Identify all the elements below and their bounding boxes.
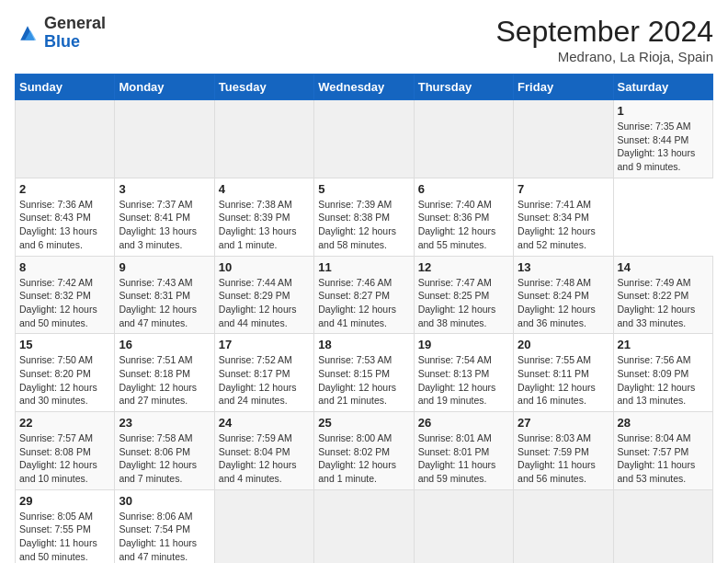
day-info: Sunrise: 7:57 AMSunset: 8:08 PMDaylight:…: [19, 431, 110, 486]
day-header-saturday: Saturday: [613, 75, 712, 100]
day-header-tuesday: Tuesday: [214, 75, 313, 100]
day-info: Sunrise: 8:00 AMSunset: 8:02 PMDaylight:…: [318, 431, 409, 486]
logo: General Blue: [15, 15, 106, 52]
day-info: Sunrise: 7:36 AMSunset: 8:43 PMDaylight:…: [19, 198, 110, 252]
calendar-week-row: 1Sunrise: 7:35 AMSunset: 8:44 PMDaylight…: [16, 100, 713, 178]
day-number: 30: [119, 494, 210, 508]
day-number: 28: [618, 416, 709, 430]
calendar-day-cell: 26Sunrise: 8:01 AMSunset: 8:01 PMDayligh…: [414, 412, 513, 490]
day-info: Sunrise: 7:58 AMSunset: 8:06 PMDaylight:…: [119, 431, 210, 486]
day-number: 19: [418, 338, 509, 351]
day-header-sunday: Sunday: [16, 75, 115, 100]
day-info: Sunrise: 7:43 AMSunset: 8:31 PMDaylight:…: [119, 276, 210, 330]
day-info: Sunrise: 7:44 AMSunset: 8:29 PMDaylight:…: [219, 276, 310, 330]
day-info: Sunrise: 7:47 AMSunset: 8:25 PMDaylight:…: [418, 276, 509, 330]
day-number: 23: [119, 416, 210, 430]
calendar-day-cell: 8Sunrise: 7:42 AMSunset: 8:32 PMDaylight…: [16, 256, 115, 334]
calendar-day-cell: 11Sunrise: 7:46 AMSunset: 8:27 PMDayligh…: [314, 256, 414, 334]
day-info: Sunrise: 8:04 AMSunset: 7:57 PMDaylight:…: [618, 431, 709, 486]
calendar-table: SundayMondayTuesdayWednesdayThursdayFrid…: [15, 74, 713, 563]
day-number: 12: [418, 260, 509, 274]
empty-cell: [214, 100, 313, 178]
calendar-week-row: 22Sunrise: 7:57 AMSunset: 8:08 PMDayligh…: [16, 412, 713, 490]
day-number: 4: [219, 182, 310, 196]
calendar-day-cell: 5Sunrise: 7:39 AMSunset: 8:38 PMDaylight…: [314, 178, 414, 256]
day-number: 13: [518, 260, 609, 274]
day-info: Sunrise: 8:05 AMSunset: 7:55 PMDaylight:…: [19, 510, 110, 563]
day-number: 1: [618, 104, 709, 118]
empty-cell: [115, 100, 214, 178]
day-header-monday: Monday: [115, 75, 214, 100]
empty-cell: [414, 100, 513, 178]
calendar-day-cell: 16Sunrise: 7:51 AMSunset: 8:18 PMDayligh…: [115, 334, 214, 412]
day-number: 5: [318, 182, 409, 196]
day-header-thursday: Thursday: [414, 75, 513, 100]
day-info: Sunrise: 7:55 AMSunset: 8:11 PMDaylight:…: [518, 353, 609, 408]
calendar-day-cell: 30Sunrise: 8:06 AMSunset: 7:54 PMDayligh…: [115, 489, 214, 563]
calendar-day-cell: 7Sunrise: 7:41 AMSunset: 8:34 PMDaylight…: [514, 178, 613, 256]
day-number: 14: [618, 260, 709, 274]
calendar-day-cell: 1Sunrise: 7:35 AMSunset: 8:44 PMDaylight…: [613, 100, 712, 178]
day-info: Sunrise: 7:50 AMSunset: 8:20 PMDaylight:…: [19, 353, 110, 408]
day-number: 22: [19, 416, 110, 430]
day-number: 20: [518, 338, 609, 351]
day-number: 24: [219, 416, 310, 430]
logo-general: General: [44, 14, 106, 32]
logo-text: General Blue: [44, 15, 106, 52]
calendar-day-cell: 22Sunrise: 7:57 AMSunset: 8:08 PMDayligh…: [16, 412, 115, 490]
day-number: 7: [518, 182, 609, 196]
empty-cell: [314, 100, 414, 178]
day-number: 27: [518, 416, 609, 430]
calendar-week-row: 8Sunrise: 7:42 AMSunset: 8:32 PMDaylight…: [16, 256, 713, 334]
day-info: Sunrise: 8:06 AMSunset: 7:54 PMDaylight:…: [119, 510, 210, 563]
day-header-wednesday: Wednesday: [314, 75, 414, 100]
calendar-day-cell: 25Sunrise: 8:00 AMSunset: 8:02 PMDayligh…: [314, 412, 414, 490]
page-header: General Blue September 2024 Medrano, La …: [15, 15, 713, 64]
calendar-day-cell: 28Sunrise: 8:04 AMSunset: 7:57 PMDayligh…: [613, 412, 712, 490]
calendar-day-cell: 6Sunrise: 7:40 AMSunset: 8:36 PMDaylight…: [414, 178, 513, 256]
calendar-day-cell: 9Sunrise: 7:43 AMSunset: 8:31 PMDaylight…: [115, 256, 214, 334]
day-number: 16: [119, 338, 210, 351]
calendar-day-cell: 27Sunrise: 8:03 AMSunset: 7:59 PMDayligh…: [514, 412, 613, 490]
day-number: 3: [119, 182, 210, 196]
calendar-day-cell: 23Sunrise: 7:58 AMSunset: 8:06 PMDayligh…: [115, 412, 214, 490]
day-info: Sunrise: 7:46 AMSunset: 8:27 PMDaylight:…: [318, 276, 409, 330]
day-number: 8: [19, 260, 110, 274]
calendar-week-row: 29Sunrise: 8:05 AMSunset: 7:55 PMDayligh…: [16, 489, 713, 563]
empty-cell: [314, 489, 414, 563]
location: Medrano, La Rioja, Spain: [495, 49, 713, 64]
calendar-day-cell: 29Sunrise: 8:05 AMSunset: 7:55 PMDayligh…: [16, 489, 115, 563]
day-info: Sunrise: 7:53 AMSunset: 8:15 PMDaylight:…: [318, 353, 409, 408]
empty-cell: [613, 489, 712, 563]
empty-cell: [514, 100, 613, 178]
day-number: 17: [219, 338, 310, 351]
day-number: 15: [19, 338, 110, 351]
logo-icon: [15, 20, 40, 46]
day-number: 18: [318, 338, 409, 351]
calendar-day-cell: 2Sunrise: 7:36 AMSunset: 8:43 PMDaylight…: [16, 178, 115, 256]
day-number: 2: [19, 182, 110, 196]
calendar-day-cell: 18Sunrise: 7:53 AMSunset: 8:15 PMDayligh…: [314, 334, 414, 412]
day-info: Sunrise: 7:41 AMSunset: 8:34 PMDaylight:…: [518, 198, 609, 252]
calendar-day-cell: 19Sunrise: 7:54 AMSunset: 8:13 PMDayligh…: [414, 334, 513, 412]
calendar-week-row: 2Sunrise: 7:36 AMSunset: 8:43 PMDaylight…: [16, 178, 713, 256]
calendar-day-cell: 12Sunrise: 7:47 AMSunset: 8:25 PMDayligh…: [414, 256, 513, 334]
calendar-day-cell: 10Sunrise: 7:44 AMSunset: 8:29 PMDayligh…: [214, 256, 313, 334]
day-info: Sunrise: 7:54 AMSunset: 8:13 PMDaylight:…: [418, 353, 509, 408]
calendar-day-cell: 21Sunrise: 7:56 AMSunset: 8:09 PMDayligh…: [613, 334, 712, 412]
day-number: 25: [318, 416, 409, 430]
day-number: 11: [318, 260, 409, 274]
calendar-week-row: 15Sunrise: 7:50 AMSunset: 8:20 PMDayligh…: [16, 334, 713, 412]
calendar-day-cell: 13Sunrise: 7:48 AMSunset: 8:24 PMDayligh…: [514, 256, 613, 334]
day-info: Sunrise: 7:38 AMSunset: 8:39 PMDaylight:…: [219, 198, 310, 252]
day-number: 29: [19, 494, 110, 508]
day-info: Sunrise: 8:03 AMSunset: 7:59 PMDaylight:…: [518, 431, 609, 486]
day-number: 9: [119, 260, 210, 274]
empty-cell: [214, 489, 313, 563]
day-header-friday: Friday: [514, 75, 613, 100]
day-info: Sunrise: 7:52 AMSunset: 8:17 PMDaylight:…: [219, 353, 310, 408]
day-number: 21: [618, 338, 709, 351]
day-info: Sunrise: 7:49 AMSunset: 8:22 PMDaylight:…: [618, 276, 709, 330]
calendar-day-cell: 15Sunrise: 7:50 AMSunset: 8:20 PMDayligh…: [16, 334, 115, 412]
calendar-day-cell: 14Sunrise: 7:49 AMSunset: 8:22 PMDayligh…: [613, 256, 712, 334]
